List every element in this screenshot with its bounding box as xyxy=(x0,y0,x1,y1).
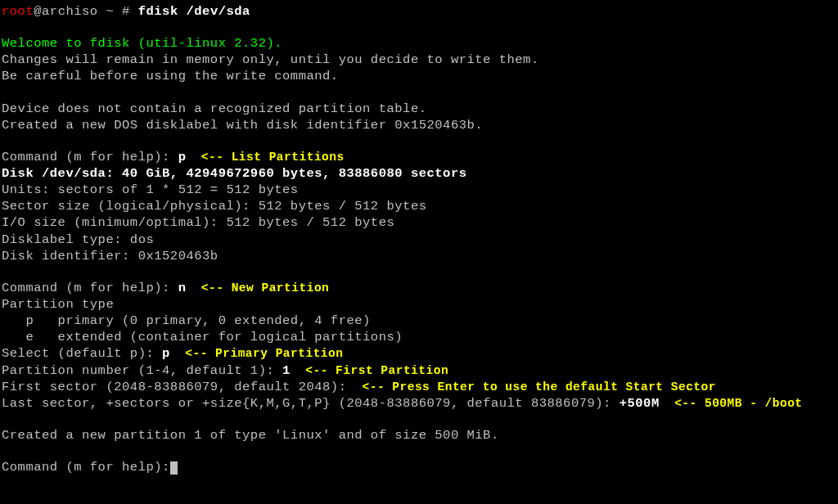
cmd2-annotation: <-- New Partition xyxy=(186,281,329,295)
command-prompt-3[interactable]: Command (m for help): xyxy=(2,459,836,475)
lsector-input[interactable]: +500M xyxy=(619,396,660,411)
first-sector-prompt: First sector (2048-83886079, default 204… xyxy=(2,379,836,395)
units-line: Units: sectors of 1 * 512 = 512 bytes xyxy=(2,182,836,198)
pnum-input[interactable]: 1 xyxy=(282,363,291,378)
partition-type-line: Partition type xyxy=(2,296,836,313)
command-prompt-1: Command (m for help): p <-- List Partiti… xyxy=(2,149,836,165)
select-label: Select (default p): xyxy=(2,346,162,361)
warning-line-2: Be careful before using the write comman… xyxy=(2,68,836,84)
select-prompt: Select (default p): p <-- Primary Partit… xyxy=(2,345,836,362)
prompt-path: ~ # xyxy=(98,4,138,19)
cursor-icon xyxy=(170,461,178,475)
device-line-1: Device does not contain a recognized par… xyxy=(2,101,836,117)
pnum-label: Partition number (1-4, default 1): xyxy=(2,363,282,378)
disklabel-type-line: Disklabel type: dos xyxy=(2,232,836,248)
prompt-command[interactable]: fdisk /dev/sda xyxy=(138,4,250,19)
prompt-user: root xyxy=(2,4,34,19)
cmd2-input[interactable]: n xyxy=(178,281,187,295)
primary-option-line: p primary (0 primary, 0 extended, 4 free… xyxy=(2,313,836,329)
cmd1-label: Command (m for help): xyxy=(2,150,178,164)
extended-option-line: e extended (container for logical partit… xyxy=(2,329,836,345)
select-input[interactable]: p xyxy=(162,346,170,361)
partition-number-prompt: Partition number (1-4, default 1): 1 <--… xyxy=(2,362,836,379)
prompt-at: @ xyxy=(34,4,42,19)
disk-identifier-line: Disk identifier: 0x1520463b xyxy=(2,248,836,264)
device-line-2: Created a new DOS disklabel with disk id… xyxy=(2,117,836,133)
created-partition-line: Created a new partition 1 of type 'Linux… xyxy=(2,427,836,443)
pnum-annotation: <-- First Partition xyxy=(291,364,448,377)
command-prompt-2: Command (m for help): n <-- New Partitio… xyxy=(2,280,836,296)
last-sector-prompt: Last sector, +sectors or +size{K,M,G,T,P… xyxy=(2,395,836,412)
sector-line: Sector size (logical/physical): 512 byte… xyxy=(2,198,836,214)
cmd3-label: Command (m for help): xyxy=(2,460,170,475)
cmd1-annotation: <-- List Partitions xyxy=(186,151,344,164)
fsector-label: First sector (2048-83886079, default 204… xyxy=(2,380,354,394)
iosize-line: I/O size (minimum/optimal): 512 bytes / … xyxy=(2,214,836,231)
warning-line-1: Changes will remain in memory only, unti… xyxy=(2,52,836,68)
cmd2-label: Command (m for help): xyxy=(2,281,178,295)
lsector-label: Last sector, +sectors or +size{K,M,G,T,P… xyxy=(2,396,619,411)
cmd1-input[interactable]: p xyxy=(178,150,187,164)
shell-prompt: root@archiso ~ # fdisk /dev/sda xyxy=(2,3,836,20)
fsector-annotation: <-- Press Enter to use the default Start… xyxy=(354,380,716,394)
disk-line: Disk /dev/sda: 40 GiB, 42949672960 bytes… xyxy=(2,165,836,182)
lsector-annotation: <-- 500MB - /boot xyxy=(660,397,803,410)
select-annotation: <-- Primary Partition xyxy=(170,347,344,360)
welcome-line: Welcome to fdisk (util-linux 2.32). xyxy=(2,35,836,52)
prompt-host: archiso xyxy=(42,4,98,19)
